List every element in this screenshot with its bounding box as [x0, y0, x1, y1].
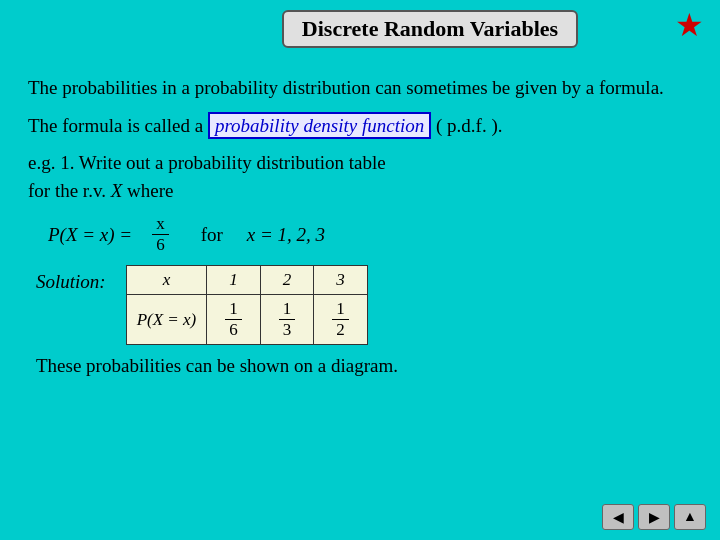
table-val-2: 1 3 — [260, 295, 314, 345]
table-prob-row: P(X = x) 1 6 1 3 — [126, 295, 367, 345]
formula-area: P(X = x) = x 6 for x = 1, 2, 3 — [48, 214, 700, 255]
table-header-1: 1 — [207, 266, 261, 295]
para-3: e.g. 1. Write out a probability distribu… — [28, 149, 700, 204]
table-row-label: P(X = x) — [126, 295, 207, 345]
para-2: The formula is called a probability dens… — [28, 112, 700, 140]
solution-label: Solution: — [36, 265, 106, 293]
page-title: Discrete Random Variables — [282, 10, 578, 48]
table-header-3: 3 — [314, 266, 368, 295]
nav-forward-button[interactable]: ▶ — [638, 504, 670, 530]
table-header-x: x — [126, 266, 207, 295]
para3-X: X — [111, 180, 123, 201]
formula-denominator: 6 — [152, 235, 169, 255]
probability-table: x 1 2 3 P(X = x) 1 6 1 — [126, 265, 368, 345]
table-header-row: x 1 2 3 — [126, 266, 367, 295]
formula-condition: x = 1, 2, 3 — [247, 224, 325, 246]
formula-numerator: x — [152, 214, 169, 235]
nav-up-button[interactable]: ▲ — [674, 504, 706, 530]
table-val-1: 1 6 — [207, 295, 261, 345]
formula-for: for — [201, 224, 223, 246]
nav-buttons: ◀ ▶ ▲ — [602, 504, 706, 530]
table-val-3: 1 2 — [314, 295, 368, 345]
para2-after: ( p.d.f. ). — [436, 115, 502, 136]
nav-back-button[interactable]: ◀ — [602, 504, 634, 530]
formula-fraction: x 6 — [152, 214, 169, 255]
formula-lhs: P(X = x) = — [48, 224, 132, 246]
para3-line1: e.g. 1. Write out a probability distribu… — [28, 152, 386, 173]
para3-where: where — [127, 180, 173, 201]
para3-line2: for the r.v. — [28, 180, 106, 201]
para2-before: The formula is called a — [28, 115, 203, 136]
bottom-text: These probabilities can be shown on a di… — [28, 355, 700, 377]
table-header-2: 2 — [260, 266, 314, 295]
solution-area: Solution: x 1 2 3 P(X = x) 1 6 — [36, 265, 700, 345]
pdf-highlight: probability density function — [208, 112, 431, 139]
main-content: The probabilities in a probability distr… — [20, 74, 700, 377]
para-1: The probabilities in a probability distr… — [28, 74, 700, 102]
page-container: ★ Discrete Random Variables The probabil… — [0, 0, 720, 540]
star-icon: ★ — [675, 6, 704, 44]
